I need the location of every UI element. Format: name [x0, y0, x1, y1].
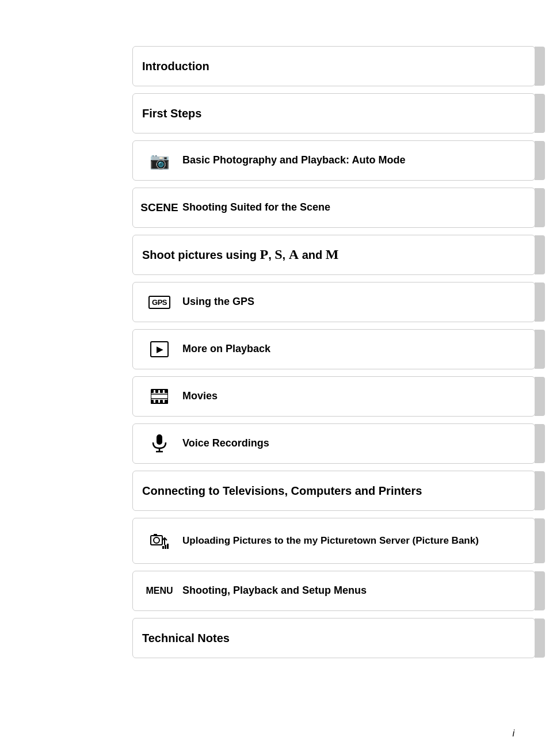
toc-label-psam: Shoot pictures using P, S, A and M: [142, 246, 525, 264]
toc-label-playback: More on Playback: [182, 342, 525, 356]
toc-item-voice[interactable]: Voice Recordings: [132, 423, 535, 464]
toc-label-menu: Shooting, Playback and Setup Menus: [182, 584, 525, 597]
toc-tab-scene: [535, 188, 545, 227]
svg-rect-7: [160, 400, 163, 403]
toc-item-psam[interactable]: Shoot pictures using P, S, A and M: [132, 235, 535, 275]
toc-label-technical: Technical Notes: [142, 631, 525, 646]
svg-rect-16: [154, 534, 157, 536]
svg-rect-19: [162, 546, 164, 549]
svg-rect-21: [167, 544, 169, 549]
toc-tab-gps: [535, 282, 545, 322]
toc-label-connecting: Connecting to Televisions, Computers and…: [142, 483, 525, 498]
svg-rect-8: [165, 400, 168, 403]
toc-item-introduction[interactable]: Introduction: [132, 46, 535, 86]
scene-icon: SCENE: [142, 201, 177, 214]
toc-list: Introduction First Steps 📷 Basic Photogr…: [132, 46, 535, 665]
svg-rect-3: [160, 390, 163, 393]
toc-label-gps: Using the GPS: [182, 295, 525, 308]
toc-label-movies: Movies: [182, 390, 525, 403]
gps-icon: GPS: [142, 296, 177, 309]
toc-tab-uploading: [535, 518, 545, 563]
toc-tab-introduction: [535, 47, 545, 86]
toc-tab-first-steps: [535, 94, 545, 133]
toc-item-playback[interactable]: ▶ More on Playback: [132, 329, 535, 369]
toc-item-movies[interactable]: Movies: [132, 376, 535, 417]
menu-icon: MENU: [142, 586, 177, 596]
toc-tab-menu: [535, 571, 545, 610]
toc-item-auto-mode[interactable]: 📷 Basic Photography and Playback: Auto M…: [132, 140, 535, 181]
toc-label-uploading: Uploading Pictures to the my Picturetown…: [182, 534, 525, 547]
movie-icon: [142, 388, 177, 404]
toc-label-scene: Shooting Suited for the Scene: [182, 201, 525, 214]
toc-tab-psam: [535, 235, 545, 274]
toc-item-connecting[interactable]: Connecting to Televisions, Computers and…: [132, 471, 535, 511]
toc-item-gps[interactable]: GPS Using the GPS: [132, 282, 535, 322]
microphone-icon: [142, 434, 177, 453]
toc-item-technical[interactable]: Technical Notes: [132, 618, 535, 658]
camera-icon: 📷: [142, 151, 177, 170]
svg-rect-5: [151, 400, 154, 403]
toc-item-scene[interactable]: SCENE Shooting Suited for the Scene: [132, 188, 535, 228]
toc-label-voice: Voice Recordings: [182, 437, 525, 450]
toc-label-introduction: Introduction: [142, 59, 525, 74]
toc-tab-auto-mode: [535, 141, 545, 180]
toc-item-uploading[interactable]: ̂ Uploading Pictures to the my Pictureto…: [132, 518, 535, 564]
toc-tab-connecting: [535, 471, 545, 510]
toc-item-menu[interactable]: MENU Shooting, Playback and Setup Menus: [132, 571, 535, 611]
play-icon: ▶: [142, 341, 177, 357]
svg-rect-2: [155, 390, 158, 393]
toc-tab-technical: [535, 618, 545, 658]
toc-tab-playback: [535, 330, 545, 369]
toc-item-first-steps[interactable]: First Steps: [132, 93, 535, 133]
page-number: i: [512, 728, 514, 739]
svg-point-15: [154, 537, 159, 543]
svg-rect-11: [157, 434, 162, 445]
svg-rect-6: [155, 400, 158, 403]
svg-rect-4: [165, 390, 168, 393]
page-container: Introduction First Steps 📷 Basic Photogr…: [0, 0, 549, 756]
upload-icon: ̂: [142, 532, 177, 549]
toc-label-first-steps: First Steps: [142, 106, 525, 121]
svg-rect-20: [165, 545, 166, 549]
toc-tab-voice: [535, 424, 545, 463]
svg-rect-1: [151, 390, 154, 393]
toc-label-auto-mode: Basic Photography and Playback: Auto Mod…: [182, 154, 525, 167]
toc-tab-movies: [535, 377, 545, 416]
